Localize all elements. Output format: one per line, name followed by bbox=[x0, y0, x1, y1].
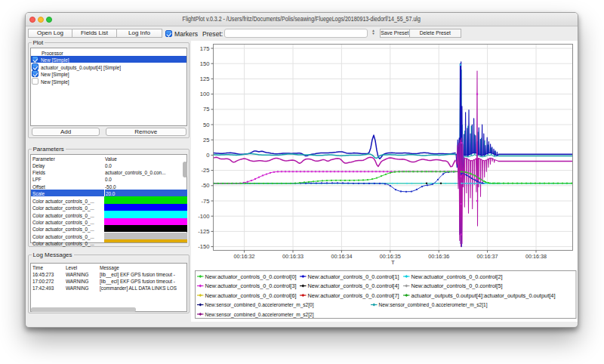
svg-text:-25: -25 bbox=[202, 167, 210, 174]
svg-text:New:actuator_controls_0_0.cont: New:actuator_controls_0_0.control[7] bbox=[308, 292, 399, 299]
svg-text:New:actuator_controls_0_0.cont: New:actuator_controls_0_0.control[0] bbox=[205, 273, 297, 280]
svg-text:New:actuator_controls_0_0.cont: New:actuator_controls_0_0.control[1] bbox=[308, 273, 399, 280]
svg-text:00:16:33: 00:16:33 bbox=[282, 253, 304, 260]
svg-text:0: 0 bbox=[206, 152, 209, 159]
svg-text:-100: -100 bbox=[198, 213, 209, 220]
svg-text:100: 100 bbox=[200, 91, 210, 97]
svg-text:-125: -125 bbox=[198, 228, 209, 235]
svg-text:T: T bbox=[391, 259, 395, 266]
svg-text:New:actuator_controls_0_0.cont: New:actuator_controls_0_0.control[4] bbox=[308, 282, 399, 289]
svg-text:25: 25 bbox=[203, 137, 209, 143]
svg-text:-75: -75 bbox=[202, 198, 210, 205]
svg-text:00:16:37: 00:16:37 bbox=[477, 253, 498, 260]
svg-text:actuator_outputs_0.output[4]:a: actuator_outputs_0.output[4]:actuator_ou… bbox=[411, 292, 556, 299]
svg-text:00:16:34: 00:16:34 bbox=[331, 253, 352, 260]
svg-text:125: 125 bbox=[200, 76, 210, 82]
svg-text:150: 150 bbox=[200, 60, 210, 67]
svg-text:-50: -50 bbox=[202, 182, 210, 189]
svg-text:New:actuator_controls_0_0.cont: New:actuator_controls_0_0.control[2] bbox=[411, 273, 503, 280]
svg-text:00:16:35: 00:16:35 bbox=[380, 253, 401, 260]
svg-text:175: 175 bbox=[200, 45, 210, 52]
svg-text:00:16:38: 00:16:38 bbox=[525, 253, 547, 260]
svg-text:New:sensor_combined_0.accelero: New:sensor_combined_0.accelerometer_m_s2… bbox=[205, 311, 314, 318]
svg-text:75: 75 bbox=[203, 106, 209, 113]
svg-text:New:actuator_controls_0_0.cont: New:actuator_controls_0_0.control[5] bbox=[411, 282, 503, 289]
svg-text:50: 50 bbox=[203, 122, 209, 128]
svg-text:-150: -150 bbox=[198, 243, 209, 250]
svg-text:00:16:36: 00:16:36 bbox=[428, 253, 449, 260]
svg-text:00:16:32: 00:16:32 bbox=[234, 253, 255, 260]
svg-text:New:sensor_combined_0.accelero: New:sensor_combined_0.accelerometer_m_s2… bbox=[379, 301, 488, 308]
svg-text:New:sensor_combined_0.accelero: New:sensor_combined_0.accelerometer_m_s2… bbox=[205, 301, 314, 308]
svg-text:New:actuator_controls_0_0.cont: New:actuator_controls_0_0.control[6] bbox=[205, 292, 297, 299]
svg-text:New:actuator_controls_0_0.cont: New:actuator_controls_0_0.control[3] bbox=[205, 282, 297, 289]
